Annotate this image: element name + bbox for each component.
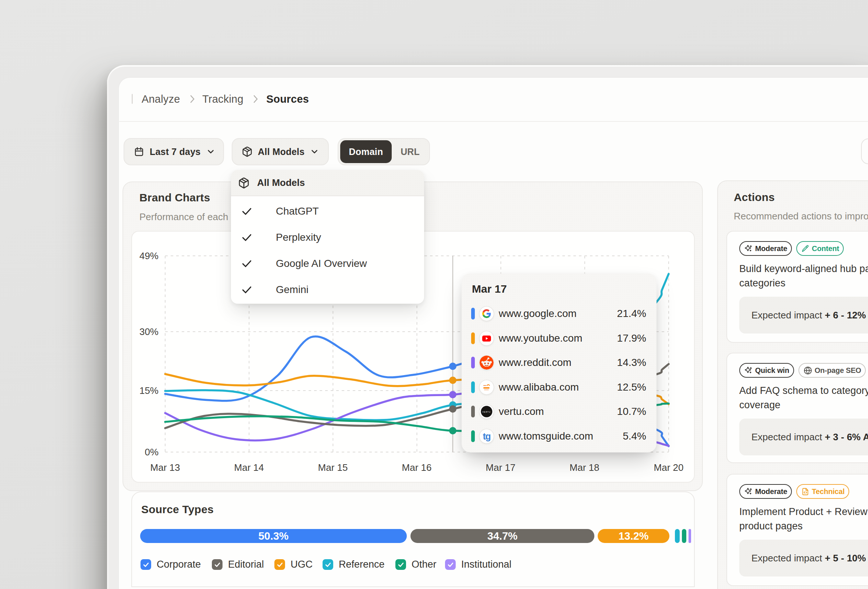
svg-text:VERTU: VERTU xyxy=(483,411,491,413)
